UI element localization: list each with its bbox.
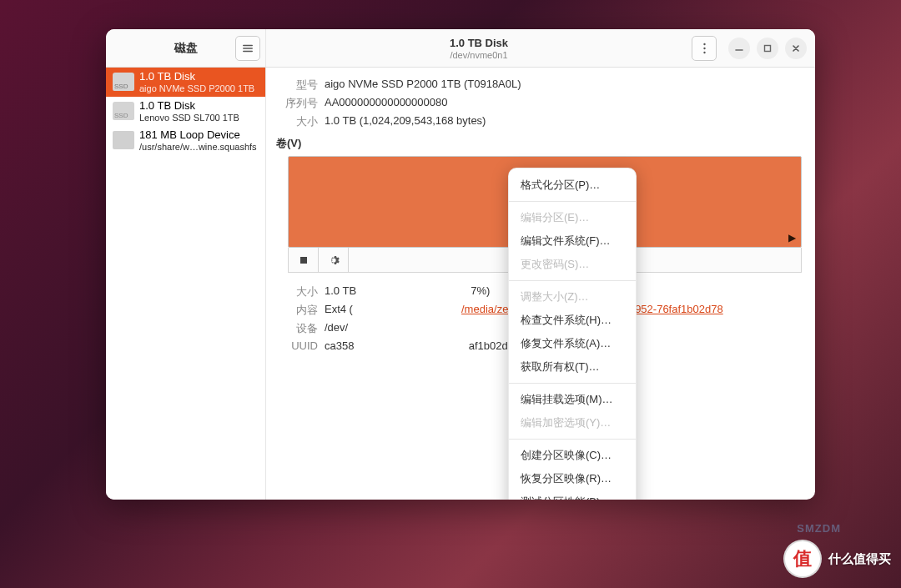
drive-menu-button[interactable]	[692, 36, 717, 61]
menu-separator	[509, 201, 636, 202]
loop-device-icon	[113, 131, 134, 149]
menu-separator	[509, 439, 636, 440]
svg-rect-3	[765, 45, 771, 51]
minimize-button[interactable]	[728, 38, 750, 59]
device-sub: aigo NVMe SSD P2000 1TB	[139, 83, 259, 93]
menu-restore-image[interactable]: 恢复分区映像(R)…	[509, 467, 636, 490]
volume-context-menu: 格式化分区(P)… 编辑分区(E)… 编辑文件系统(F)… 更改密码(S)… 调…	[508, 168, 637, 500]
menu-edit-encryption: 编辑加密选项(Y)…	[509, 411, 636, 435]
badge-text: 什么值得买	[828, 551, 891, 567]
model-label: 型号	[276, 78, 318, 93]
device-name: 181 MB Loop Device	[139, 129, 259, 142]
menu-resize: 调整大小(Z)…	[509, 285, 636, 309]
menu-benchmark[interactable]: 测试分区性能(B)…	[509, 490, 636, 500]
serial-label: 序列号	[276, 96, 318, 111]
svg-point-1	[703, 47, 705, 48]
kebab-icon	[703, 43, 706, 54]
menu-separator	[509, 383, 636, 384]
unmount-button[interactable]	[289, 248, 319, 272]
minimize-icon	[735, 44, 743, 53]
device-item-loop[interactable]: 181 MB Loop Device /usr/share/w…wine.squ…	[106, 126, 265, 155]
size-label: 大小	[276, 114, 318, 129]
ssd-icon: SSD	[113, 102, 134, 120]
menu-create-image[interactable]: 创建分区映像(C)…	[509, 444, 636, 467]
badge-icon: 值	[783, 540, 822, 578]
close-button[interactable]	[785, 38, 807, 59]
menu-change-password: 更改密码(S)…	[509, 253, 636, 276]
app-title: 磁盘	[174, 41, 198, 56]
hamburger-icon	[242, 43, 254, 54]
ssd-icon: SSD	[113, 73, 134, 91]
maximize-button[interactable]	[757, 38, 778, 59]
vol-size-label: 大小	[276, 284, 318, 299]
model-value: aigo NVMe SSD P2000 1TB (T0918A0L)	[325, 78, 802, 93]
serial-value: AA000000000000000080	[325, 96, 802, 111]
svg-point-2	[703, 51, 705, 53]
menu-edit-mount-options[interactable]: 编辑挂载选项(M)…	[509, 388, 636, 411]
device-sub: /usr/share/w…wine.squashfs	[139, 142, 259, 152]
titlebar: 磁盘 1.0 TB Disk /dev/nvme0n1	[106, 29, 815, 68]
window-subtitle: /dev/nvme0n1	[450, 50, 507, 60]
close-icon	[792, 44, 800, 53]
volume-settings-button[interactable]	[319, 248, 349, 272]
titlebar-right	[692, 29, 815, 67]
menu-edit-partition: 编辑分区(E)…	[509, 206, 636, 229]
titlebar-center: 1.0 TB Disk /dev/nvme0n1	[266, 29, 692, 67]
watermark-text: SMZDM	[797, 522, 841, 535]
play-icon[interactable]: ▶	[788, 232, 796, 244]
maximize-icon	[763, 44, 772, 53]
menu-edit-filesystem[interactable]: 编辑文件系统(F)…	[509, 229, 636, 253]
gear-icon	[328, 254, 340, 266]
menu-separator	[509, 280, 636, 281]
vol-content-label: 内容	[276, 303, 318, 318]
svg-point-0	[703, 43, 705, 44]
volumes-header: 卷(V)	[276, 136, 802, 151]
window-title: 1.0 TB Disk	[450, 37, 508, 49]
menu-take-ownership[interactable]: 获取所有权(T)…	[509, 355, 636, 379]
menu-repair-filesystem[interactable]: 修复文件系统(A)…	[509, 332, 636, 355]
disks-window: 磁盘 1.0 TB Disk /dev/nvme0n1	[106, 29, 815, 500]
hamburger-button[interactable]	[235, 36, 260, 61]
device-sub: Lenovo SSD SL700 1TB	[139, 113, 259, 123]
drive-properties: 型号 aigo NVMe SSD P2000 1TB (T0918A0L) 序列…	[276, 78, 802, 129]
menu-format-partition[interactable]: 格式化分区(P)…	[509, 173, 636, 197]
menu-check-filesystem[interactable]: 检查文件系统(H)…	[509, 309, 636, 332]
device-name: 1.0 TB Disk	[139, 71, 259, 83]
stop-icon	[298, 254, 310, 266]
svg-rect-4	[300, 257, 307, 264]
device-item-lenovo[interactable]: SSD 1.0 TB Disk Lenovo SSD SL700 1TB	[106, 97, 265, 126]
corner-badge: 值 什么值得买	[783, 540, 891, 578]
vol-uuid-label: UUID	[276, 339, 318, 352]
device-sidebar: SSD 1.0 TB Disk aigo NVMe SSD P2000 1TB …	[106, 68, 266, 500]
window-body: SSD 1.0 TB Disk aigo NVMe SSD P2000 1TB …	[106, 68, 815, 500]
vol-device-label: 设备	[276, 321, 318, 336]
device-item-aigo[interactable]: SSD 1.0 TB Disk aigo NVMe SSD P2000 1TB	[106, 68, 265, 97]
main-panel: 型号 aigo NVMe SSD P2000 1TB (T0918A0L) 序列…	[266, 68, 815, 500]
device-name: 1.0 TB Disk	[139, 100, 259, 113]
titlebar-left: 磁盘	[106, 29, 266, 67]
size-value: 1.0 TB (1,024,209,543,168 bytes)	[325, 114, 802, 129]
